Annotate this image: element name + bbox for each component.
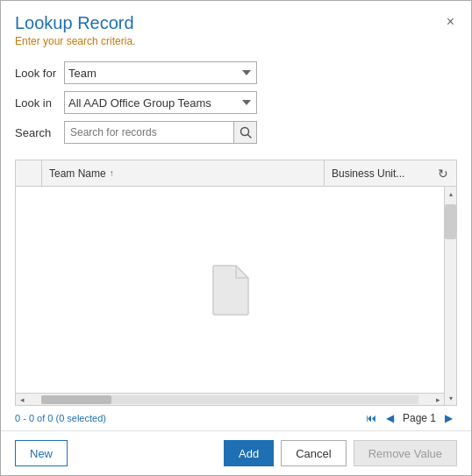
refresh-icon: ↻	[438, 167, 448, 181]
search-icon	[240, 126, 252, 139]
table-content: ◂ ▸	[16, 187, 444, 405]
scroll-up-button[interactable]: ▴	[445, 187, 456, 201]
scroll-h-thumb[interactable]	[41, 395, 111, 404]
look-in-row: Look in All AAD Office Group Teams	[15, 91, 457, 114]
dialog-header: Lookup Record Enter your search criteria…	[1, 1, 471, 53]
sort-arrow: ↑	[110, 168, 114, 178]
new-button[interactable]: New	[15, 440, 68, 466]
dialog-title: Lookup Record	[15, 13, 457, 33]
look-for-control: Team	[64, 61, 257, 84]
table-inner: ◂ ▸ ▴ ▾	[16, 187, 456, 405]
first-page-icon: ⏮	[366, 412, 376, 424]
vertical-scrollbar[interactable]: ▴ ▾	[444, 187, 456, 405]
look-for-label: Look for	[15, 67, 64, 80]
scroll-v-thumb[interactable]	[445, 204, 456, 239]
prev-page-icon: ◀	[386, 412, 394, 424]
horizontal-scrollbar[interactable]: ◂ ▸	[16, 393, 444, 405]
search-button[interactable]	[233, 122, 256, 143]
look-in-label: Look in	[15, 96, 64, 110]
page-label: Page 1	[403, 412, 436, 424]
th-team-name[interactable]: Team Name ↑	[42, 160, 325, 186]
look-in-select[interactable]: All AAD Office Group Teams	[64, 91, 257, 114]
th-checkbox-col	[16, 160, 42, 186]
table-header: Team Name ↑ Business Unit... ↻	[16, 160, 456, 187]
scroll-v-track	[445, 201, 456, 391]
next-page-icon: ▶	[445, 412, 453, 424]
dialog-subtitle: Enter your search criteria.	[15, 35, 457, 47]
table-section: Team Name ↑ Business Unit... ↻	[15, 160, 457, 406]
scroll-left-button[interactable]: ◂	[16, 395, 28, 404]
dialog-footer: New Add Cancel Remove Value	[1, 430, 471, 475]
scroll-right-button[interactable]: ▸	[432, 395, 444, 404]
next-page-button[interactable]: ▶	[440, 409, 457, 427]
document-icon	[208, 264, 252, 316]
footer-left: New	[15, 440, 217, 466]
refresh-button[interactable]: ↻	[430, 160, 456, 187]
search-input[interactable]	[65, 122, 233, 143]
search-label: Search	[15, 126, 64, 139]
record-count: 0 - 0 of 0 (0 selected)	[15, 413, 106, 423]
cancel-button[interactable]: Cancel	[281, 440, 346, 466]
svg-line-1	[247, 135, 251, 139]
close-button[interactable]: ×	[442, 13, 459, 31]
look-in-control: All AAD Office Group Teams	[64, 91, 257, 114]
first-page-button[interactable]: ⏮	[362, 409, 380, 427]
form-section: Look for Team Look in All AAD Office Gro…	[1, 53, 471, 160]
look-for-select[interactable]: Team	[64, 61, 257, 84]
table-body	[16, 187, 444, 393]
search-row: Search	[15, 121, 457, 144]
th-business-unit[interactable]: Business Unit...	[325, 160, 430, 186]
pagination: ⏮ ◀ Page 1 ▶	[362, 409, 457, 427]
prev-page-button[interactable]: ◀	[382, 409, 399, 427]
add-button[interactable]: Add	[224, 440, 274, 466]
look-for-row: Look for Team	[15, 61, 457, 84]
scroll-h-track	[41, 395, 418, 404]
empty-state-icon	[208, 264, 252, 316]
search-input-wrap	[64, 121, 257, 144]
scroll-down-button[interactable]: ▾	[445, 391, 456, 405]
remove-value-button[interactable]: Remove Value	[354, 440, 457, 466]
lookup-record-dialog: Lookup Record Enter your search criteria…	[0, 0, 472, 476]
status-bar: 0 - 0 of 0 (0 selected) ⏮ ◀ Page 1 ▶	[1, 406, 471, 430]
